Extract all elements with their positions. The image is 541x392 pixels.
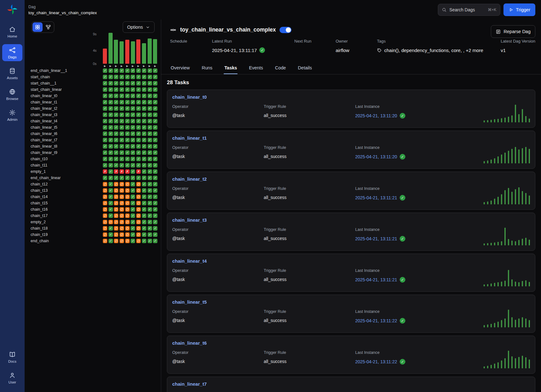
task-instance-success[interactable]: ✓ bbox=[153, 176, 157, 180]
task-run-bar[interactable] bbox=[511, 356, 513, 368]
task-instance-success[interactable]: ✓ bbox=[125, 68, 130, 73]
sidebar-item-dags[interactable]: Dags bbox=[2, 44, 22, 61]
task-instance-success[interactable]: ✓ bbox=[136, 157, 141, 161]
last-instance-link[interactable]: 2025-04-21, 13:11:21✓ bbox=[355, 195, 405, 201]
task-instance-success[interactable]: ✓ bbox=[125, 150, 130, 155]
run-duration-bar[interactable] bbox=[153, 39, 157, 64]
task-run-bar[interactable] bbox=[508, 270, 509, 286]
task-instance-success[interactable]: ✓ bbox=[148, 125, 152, 130]
task-name[interactable]: start_chain__1 bbox=[25, 81, 103, 85]
task-run-bar[interactable] bbox=[522, 109, 523, 122]
task-run-bar[interactable] bbox=[494, 199, 496, 204]
task-instance-upstream_failed[interactable]: ∅ bbox=[136, 188, 141, 193]
task-instance-success[interactable]: ✓ bbox=[153, 157, 157, 161]
task-name[interactable]: chain_t15 bbox=[25, 201, 103, 205]
task-name[interactable]: chain_t10 bbox=[25, 157, 103, 161]
task-instance-success[interactable]: ✓ bbox=[131, 81, 135, 85]
task-run-bar[interactable] bbox=[522, 317, 523, 327]
task-instance-success[interactable]: ✓ bbox=[136, 100, 141, 104]
task-name[interactable]: start_chain bbox=[25, 75, 103, 79]
task-name[interactable]: chain_linear_t4 bbox=[25, 119, 103, 123]
task-instance-success[interactable]: ✓ bbox=[131, 132, 135, 136]
task-instance-success[interactable]: ✓ bbox=[103, 144, 107, 149]
task-instance-success[interactable]: ✓ bbox=[131, 144, 135, 149]
task-instance-success[interactable]: ✓ bbox=[109, 119, 113, 123]
task-instance-upstream_failed[interactable]: ∅ bbox=[114, 201, 118, 205]
task-instance-success[interactable]: ✓ bbox=[148, 182, 152, 186]
task-name[interactable]: chain_t19 bbox=[25, 232, 103, 237]
task-instance-success[interactable]: ✓ bbox=[109, 144, 113, 149]
task-instance-upstream_failed[interactable]: ∅ bbox=[103, 214, 107, 218]
sidebar-item-user[interactable]: User bbox=[2, 369, 22, 386]
tab-overview[interactable]: Overview bbox=[170, 63, 190, 74]
task-run-bar[interactable] bbox=[487, 243, 489, 245]
task-instance-success[interactable]: ✓ bbox=[125, 163, 130, 167]
task-instance-success[interactable]: ✓ bbox=[142, 207, 146, 212]
task-instance-success[interactable]: ✓ bbox=[120, 125, 124, 130]
task-run-bar[interactable] bbox=[515, 358, 516, 368]
task-instance-success[interactable]: ✓ bbox=[125, 144, 130, 149]
task-instance-success[interactable]: ✓ bbox=[131, 113, 135, 117]
task-run-bar[interactable] bbox=[497, 197, 499, 204]
task-instance-success[interactable]: ✓ bbox=[131, 232, 135, 237]
run-duration-bar[interactable] bbox=[131, 41, 135, 64]
task-run-bar[interactable] bbox=[529, 196, 530, 204]
task-instance-success[interactable]: ✓ bbox=[142, 106, 146, 111]
task-instance-success[interactable]: ✓ bbox=[153, 81, 157, 85]
task-instance-success[interactable]: ✓ bbox=[148, 94, 152, 98]
run-duration-bar[interactable] bbox=[136, 39, 140, 64]
task-instance-upstream_failed[interactable]: ∅ bbox=[120, 226, 124, 231]
task-instance-success[interactable]: ✓ bbox=[136, 81, 141, 85]
task-instance-upstream_failed[interactable]: ∅ bbox=[114, 207, 118, 212]
task-instance-success[interactable]: ✓ bbox=[120, 81, 124, 85]
task-instance-upstream_failed[interactable]: ∅ bbox=[136, 182, 141, 186]
task-name[interactable]: chain_t18 bbox=[25, 226, 103, 231]
task-instance-upstream_failed[interactable]: ∅ bbox=[136, 239, 141, 243]
task-instance-success[interactable]: ✓ bbox=[131, 220, 135, 224]
task-instance-success[interactable]: ✓ bbox=[114, 68, 118, 73]
task-instance-success[interactable]: ✓ bbox=[114, 94, 118, 98]
task-instance-success[interactable]: ✓ bbox=[148, 68, 152, 73]
task-instance-success[interactable]: ✓ bbox=[142, 182, 146, 186]
task-instance-success[interactable]: ✓ bbox=[103, 150, 107, 155]
task-instance-success[interactable]: ✓ bbox=[109, 94, 113, 98]
task-instance-success[interactable]: ✓ bbox=[114, 157, 118, 161]
task-instance-success[interactable]: ✓ bbox=[109, 214, 113, 218]
task-run-bar[interactable] bbox=[511, 241, 513, 245]
task-instance-success[interactable]: ✓ bbox=[142, 144, 146, 149]
task-instance-success[interactable]: ✓ bbox=[103, 94, 107, 98]
task-instance-success[interactable]: ✓ bbox=[109, 232, 113, 237]
task-instance-success[interactable]: ✓ bbox=[153, 106, 157, 111]
task-run-bar[interactable] bbox=[497, 242, 499, 245]
task-instance-success[interactable]: ✓ bbox=[142, 163, 146, 167]
task-instance-success[interactable]: ✓ bbox=[109, 226, 113, 231]
task-run-bar[interactable] bbox=[508, 117, 509, 122]
task-instance-upstream_failed[interactable]: ∅ bbox=[103, 239, 107, 243]
task-instance-success[interactable]: ✓ bbox=[153, 188, 157, 193]
task-instance-success[interactable]: ✓ bbox=[103, 113, 107, 117]
task-instance-success[interactable]: ✓ bbox=[114, 113, 118, 117]
task-run-bar[interactable] bbox=[518, 282, 520, 286]
task-instance-success[interactable]: ✓ bbox=[148, 176, 152, 180]
task-run-bar[interactable] bbox=[504, 228, 506, 245]
task-instance-success[interactable]: ✓ bbox=[131, 100, 135, 104]
task-instance-success[interactable]: ✓ bbox=[109, 125, 113, 130]
task-instance-success[interactable]: ✓ bbox=[148, 138, 152, 142]
task-run-bar[interactable] bbox=[497, 282, 499, 286]
task-instance-success[interactable]: ✓ bbox=[120, 106, 124, 111]
task-instance-upstream_failed[interactable]: ∅ bbox=[125, 188, 130, 193]
task-instance-upstream_failed[interactable]: ∅ bbox=[120, 182, 124, 186]
task-instance-upstream_failed[interactable]: ∅ bbox=[125, 182, 130, 186]
task-instance-success[interactable]: ✓ bbox=[131, 106, 135, 111]
task-instance-success[interactable]: ✓ bbox=[142, 150, 146, 155]
dag-pause-toggle[interactable] bbox=[279, 27, 291, 33]
reparse-dag-button[interactable]: Reparse Dag bbox=[491, 25, 535, 38]
task-run-bar[interactable] bbox=[494, 364, 496, 368]
task-instance-success[interactable]: ✓ bbox=[153, 144, 157, 149]
task-run-bar[interactable] bbox=[525, 280, 527, 286]
task-instance-success[interactable]: ✓ bbox=[125, 125, 130, 130]
task-instance-success[interactable]: ✓ bbox=[153, 132, 157, 136]
task-instance-success[interactable]: ✓ bbox=[142, 75, 146, 79]
task-name-link[interactable]: chain_linear_t2 bbox=[172, 176, 207, 182]
task-instance-success[interactable]: ✓ bbox=[125, 157, 130, 161]
